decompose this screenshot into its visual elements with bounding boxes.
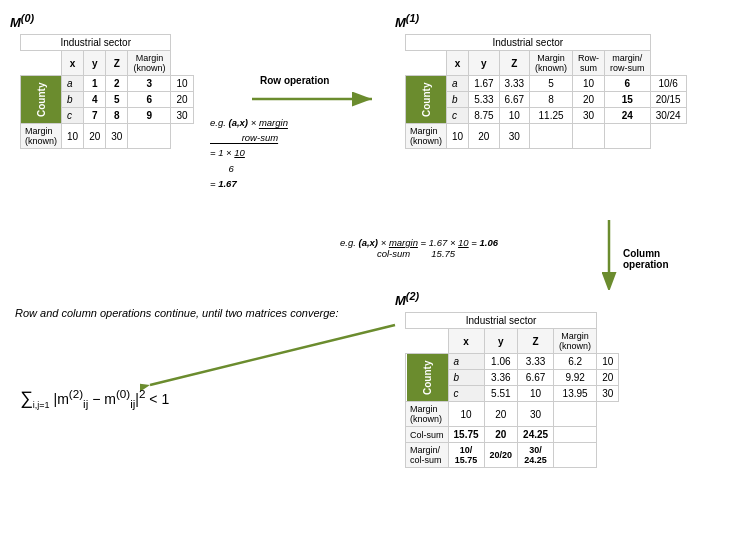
arrow-m0-to-m1 <box>252 88 382 110</box>
m1-title: M(1) <box>395 12 687 30</box>
row-formula-box: e.g. (a,x) × margin row-sum = 1 × 10 6 =… <box>210 115 288 191</box>
main-container: M(0) Industrial sector x y Z Margin(know… <box>0 0 750 538</box>
m2-header: Industrial sector <box>406 313 597 329</box>
m1-header: Industrial sector <box>406 35 651 51</box>
matrix-m0: M(0) Industrial sector x y Z Margin(know… <box>10 12 194 149</box>
arrow-diagonal <box>140 315 400 395</box>
m0-table: Industrial sector x y Z Margin(known) Co… <box>10 34 194 149</box>
bottom-left-text: Row and column operations continue, unti… <box>15 305 338 323</box>
matrix-m2: M(2) Industrial sector x y Z Margin(know… <box>395 290 619 468</box>
arrow-m1-to-m2 <box>598 220 620 290</box>
m2-title: M(2) <box>395 290 619 308</box>
col-op-label: Columnoperation <box>623 248 669 270</box>
convergence-formula: ∑i,j=1 |m(2)ij − m(0)ij|2 < 1 <box>20 385 169 412</box>
m0-county-label: County <box>21 76 62 124</box>
m1-county-label: County <box>406 76 447 124</box>
m0-header: Industrial sector <box>21 35 171 51</box>
m0-title: M(0) <box>10 12 194 30</box>
middle-formula: e.g. (a,x) × margin = 1.67 × 10 = 1.06 c… <box>340 237 498 259</box>
row-op-label: Row operation <box>260 75 329 86</box>
svg-line-5 <box>150 325 395 385</box>
matrix-m1: M(1) Industrial sector x y Z Margin(know… <box>395 12 687 149</box>
m2-table: Industrial sector x y Z Margin(known) Co… <box>395 312 619 468</box>
m2-county-label: County <box>406 354 449 402</box>
m1-table: Industrial sector x y Z Margin(known) Ro… <box>395 34 687 149</box>
